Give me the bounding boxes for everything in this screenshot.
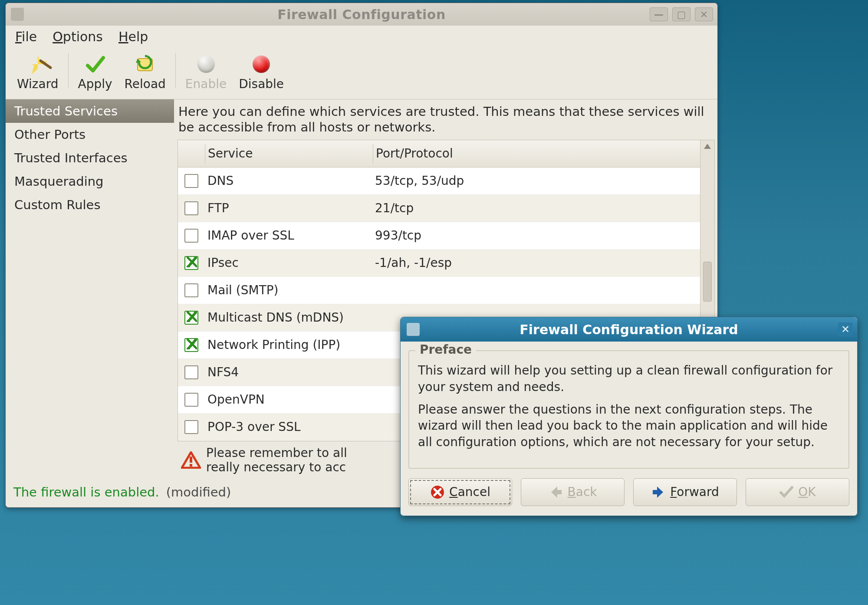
wizard-ok-button: OK [746, 478, 849, 506]
toolbar: Wizard Apply Reload Enable Disable [6, 50, 717, 99]
arrow-right-icon [651, 485, 666, 500]
service-checkbox[interactable] [184, 174, 198, 188]
table-row[interactable]: Mail (SMTP) [178, 277, 700, 304]
menu-options-rest: ptions [63, 29, 103, 44]
status-enable-icon [196, 54, 216, 74]
toolbar-enable-label: Enable [185, 77, 227, 91]
wizard-back-rest: ack [576, 485, 597, 499]
toolbar-separator [175, 53, 176, 88]
service-name: OpenVPN [205, 392, 372, 407]
sidebar-item-trusted-services[interactable]: Trusted Services [6, 99, 174, 123]
sidebar-item-masquerading[interactable]: Masquerading [6, 170, 174, 193]
service-checkbox[interactable] [184, 393, 198, 407]
sidebar-item-trusted-interfaces[interactable]: Trusted Interfaces [6, 146, 174, 170]
svg-rect-1 [190, 457, 192, 463]
service-checkbox[interactable] [184, 229, 198, 243]
wizard-forward-button[interactable]: Forward [633, 478, 737, 506]
wand-icon [28, 54, 48, 74]
scroll-thumb[interactable] [703, 262, 712, 302]
window-title: Firewall Configuration [6, 7, 717, 22]
minimize-button[interactable]: — [650, 7, 668, 21]
menu-help[interactable]: Help [118, 29, 148, 44]
service-port: 53/tcp, 53/udp [372, 174, 700, 188]
scroll-up-icon[interactable] [704, 144, 711, 149]
toolbar-separator [68, 53, 69, 88]
service-name: IMAP over SSL [205, 228, 372, 243]
wizard-body: Preface This wizard will help you settin… [408, 350, 849, 469]
service-checkbox[interactable] [184, 283, 198, 297]
arrow-left-icon [549, 485, 563, 500]
service-name: DNS [205, 174, 372, 188]
wizard-paragraph-2: Please answer the questions in the next … [418, 401, 840, 450]
wizard-forward-rest: orward [677, 485, 719, 499]
menu-file[interactable]: File [15, 29, 37, 44]
ok-icon [779, 485, 794, 500]
toolbar-apply-button[interactable]: Apply [72, 54, 118, 91]
wizard-title: Firewall Configuration Wizard [401, 322, 857, 337]
wizard-cancel-button[interactable]: Cancel [408, 478, 512, 506]
service-checkbox[interactable] [184, 201, 198, 215]
table-row[interactable]: IMAP over SSL993/tcp [178, 222, 700, 250]
toolbar-reload-label: Reload [125, 77, 166, 91]
toolbar-wizard-label: Wizard [17, 77, 59, 91]
wizard-back-button: Back [521, 478, 625, 506]
cancel-icon [430, 485, 445, 500]
wizard-button-bar: Cancel Back Forward OK [401, 469, 857, 516]
toolbar-enable-button: Enable [179, 54, 233, 91]
menu-options[interactable]: Options [53, 29, 103, 44]
sidebar: Trusted Services Other Ports Trusted Int… [6, 99, 174, 482]
reload-icon [135, 54, 155, 74]
service-checkbox[interactable] [184, 365, 198, 379]
firewall-wizard-dialog: Firewall Configuration Wizard ✕ Preface … [400, 317, 858, 516]
table-header-service[interactable]: Service [205, 146, 373, 161]
service-name: Multicast DNS (mDNS) [205, 310, 372, 325]
table-header-port[interactable]: Port/Protocol [373, 146, 700, 161]
service-checkbox[interactable] [184, 311, 198, 325]
service-name: NFS4 [205, 365, 372, 379]
svg-rect-2 [190, 464, 192, 467]
status-disable-icon [251, 54, 271, 74]
maximize-button[interactable]: ▢ [672, 7, 690, 21]
table-row[interactable]: IPsec-1/ah, -1/esp [178, 250, 700, 277]
wizard-cancel-rest: ancel [458, 485, 490, 499]
wizard-ok-rest: K [808, 485, 815, 499]
menubar: File Options Help [6, 26, 717, 50]
service-port: 993/tcp [372, 228, 700, 243]
wizard-titlebar[interactable]: Firewall Configuration Wizard ✕ [401, 317, 857, 342]
service-name: IPsec [205, 256, 372, 270]
checkmark-icon [85, 54, 105, 74]
toolbar-reload-button[interactable]: Reload [118, 54, 172, 91]
warning-line-2: really necessary to acc [206, 460, 347, 474]
close-button[interactable]: ✕ [695, 7, 713, 21]
table-row[interactable]: DNS53/tcp, 53/udp [178, 168, 700, 195]
service-checkbox[interactable] [184, 420, 198, 434]
toolbar-apply-label: Apply [78, 77, 112, 91]
service-checkbox[interactable] [184, 338, 198, 352]
service-checkbox[interactable] [184, 256, 198, 270]
panel-description: Here you can define which services are t… [178, 103, 715, 140]
menu-file-rest: ile [22, 29, 37, 44]
status-modified-text: (modified) [166, 485, 231, 500]
service-name: Mail (SMTP) [205, 283, 372, 297]
warning-line-1: Please remember to all [206, 446, 347, 460]
sidebar-item-custom-rules[interactable]: Custom Rules [6, 193, 174, 217]
titlebar[interactable]: Firewall Configuration — ▢ ✕ [6, 3, 717, 26]
toolbar-disable-label: Disable [239, 77, 284, 91]
service-name: POP-3 over SSL [205, 420, 372, 434]
status-enabled-text: The firewall is enabled. [13, 485, 159, 500]
warning-icon [181, 451, 201, 469]
service-port: 21/tcp [372, 201, 700, 215]
toolbar-disable-button[interactable]: Disable [233, 54, 290, 91]
table-row[interactable]: FTP21/tcp [178, 195, 700, 222]
wizard-close-button[interactable]: ✕ [838, 322, 853, 336]
service-port: -1/ah, -1/esp [372, 256, 700, 270]
wizard-paragraph-1: This wizard will help you setting up a c… [418, 362, 840, 395]
toolbar-wizard-button[interactable]: Wizard [11, 54, 65, 91]
service-name: Network Printing (IPP) [205, 338, 372, 352]
wizard-legend: Preface [415, 342, 476, 357]
menu-help-rest: elp [128, 29, 148, 44]
table-header: Service Port/Protocol [178, 140, 700, 168]
sidebar-item-other-ports[interactable]: Other Ports [6, 123, 174, 146]
service-name: FTP [205, 201, 372, 215]
